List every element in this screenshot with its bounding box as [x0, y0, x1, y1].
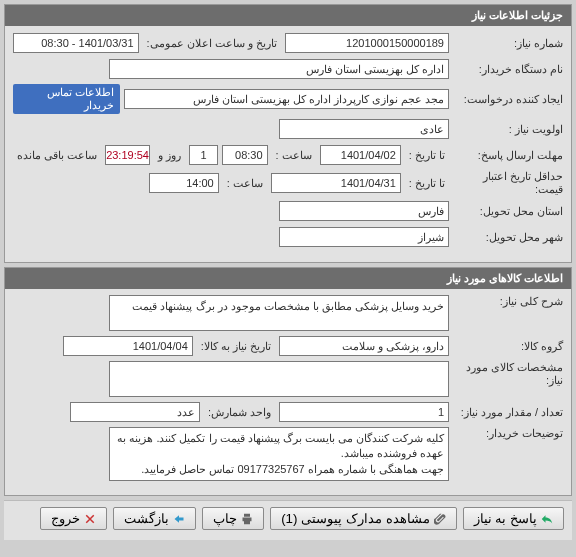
panel-need-details: جزئیات اطلاعات نیاز شماره نیاز: 12010001…: [4, 4, 572, 263]
label-deadline-time: ساعت :: [272, 149, 316, 162]
label-desc: شرح کلی نیاز:: [453, 295, 563, 308]
print-icon: [241, 513, 253, 525]
label-announce-dt: تاریخ و ساعت اعلان عمومی:: [143, 37, 281, 50]
field-validity-time: 14:00: [149, 173, 219, 193]
print-button-label: چاپ: [213, 511, 237, 526]
panel-goods-info: اطلاعات کالاهای مورد نیاز شرح کلی نیاز: …: [4, 267, 572, 496]
field-need-date: 1401/04/04: [63, 336, 193, 356]
attachments-button-label: مشاهده مدارک پیوستی (1): [281, 511, 429, 526]
label-need-date: تاریخ نیاز به کالا:: [197, 340, 275, 353]
label-deadline-to: تا تاریخ :: [405, 149, 449, 162]
answer-button-label: پاسخ به نیاز: [474, 511, 537, 526]
field-deadline-date: 1401/04/02: [320, 145, 401, 165]
field-creator: مجد عجم نوازی کارپرداز اداره کل بهزیستی …: [124, 89, 449, 109]
label-city: شهر محل تحویل:: [453, 231, 563, 244]
field-validity-date: 1401/04/31: [271, 173, 401, 193]
label-validity-time: ساعت :: [223, 177, 267, 190]
attachment-icon: [434, 513, 446, 525]
label-req-no: شماره نیاز:: [453, 37, 563, 50]
label-creator: ایجاد کننده درخواست:: [453, 93, 563, 106]
back-icon: [173, 513, 185, 525]
answer-button[interactable]: پاسخ به نیاز: [463, 507, 564, 530]
back-button-label: بازگشت: [124, 511, 169, 526]
field-qty: 1: [279, 402, 449, 422]
field-province: فارس: [279, 201, 449, 221]
label-remaining: ساعت باقی مانده: [13, 149, 101, 162]
panel-goods-info-header: اطلاعات کالاهای مورد نیاز: [5, 268, 571, 289]
attachments-button[interactable]: مشاهده مدارک پیوستی (1): [270, 507, 456, 530]
footer-toolbar: پاسخ به نیاز مشاهده مدارک پیوستی (1) چاپ…: [4, 500, 572, 540]
field-spec: [109, 361, 449, 397]
label-spec: مشخصات کالای مورد نیاز:: [453, 361, 563, 387]
field-desc: خرید وسایل پزشکی مطابق با مشخصات موجود د…: [109, 295, 449, 331]
field-countdown: 23:19:54: [105, 145, 150, 165]
label-validity: حداقل تاریخ اعتبار قیمت:: [453, 170, 563, 196]
label-province: استان محل تحویل:: [453, 205, 563, 218]
reply-icon: [541, 513, 553, 525]
label-notes: توضیحات خریدار:: [453, 427, 563, 440]
field-priority: عادی: [279, 119, 449, 139]
back-button[interactable]: بازگشت: [113, 507, 196, 530]
label-priority: اولویت نیاز :: [453, 123, 563, 136]
field-announce-dt: 1401/03/31 - 08:30: [13, 33, 139, 53]
field-buyer: اداره کل بهزیستی استان فارس: [109, 59, 449, 79]
link-buyer-contact[interactable]: اطلاعات تماس خریدار: [13, 84, 120, 114]
field-deadline-time: 08:30: [222, 145, 268, 165]
label-validity-to: تا تاریخ :: [405, 177, 449, 190]
exit-button[interactable]: خروج: [40, 507, 107, 530]
field-unit: عدد: [70, 402, 200, 422]
exit-icon: [84, 513, 96, 525]
field-days-count: 1: [189, 145, 218, 165]
label-buyer: نام دستگاه خریدار:: [453, 63, 563, 76]
field-city: شیراز: [279, 227, 449, 247]
print-button[interactable]: چاپ: [202, 507, 264, 530]
label-unit: واحد شمارش:: [204, 406, 275, 419]
label-group: گروه کالا:: [453, 340, 563, 353]
field-notes: کلیه شرکت کنندگان می بایست برگ پیشنهاد ق…: [109, 427, 449, 481]
label-qty: تعداد / مقدار مورد نیاز:: [453, 406, 563, 419]
panel-need-details-header: جزئیات اطلاعات نیاز: [5, 5, 571, 26]
label-deadline: مهلت ارسال پاسخ:: [453, 149, 563, 162]
label-days-and: روز و: [154, 149, 185, 162]
exit-button-label: خروج: [51, 511, 80, 526]
field-group: دارو، پزشکی و سلامت: [279, 336, 449, 356]
field-req-no: 1201000150000189: [285, 33, 449, 53]
